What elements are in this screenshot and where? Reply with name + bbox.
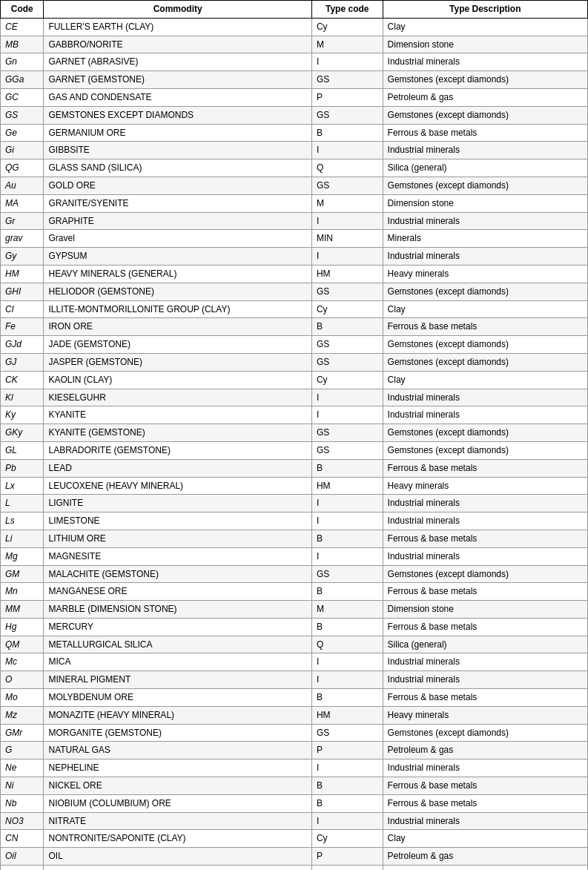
table-cell: GHI <box>1 283 44 300</box>
table-cell: Ne <box>1 759 44 777</box>
table-cell: Minerals <box>383 230 587 248</box>
table-cell: GS <box>311 71 383 89</box>
table-cell: I <box>311 406 383 424</box>
table-cell: GS <box>311 866 383 870</box>
table-cell: KYANITE (GEMSTONE) <box>44 424 311 442</box>
table-cell: M <box>311 601 383 619</box>
table-row: GMrMORGANITE (GEMSTONE)GSGemstones (exce… <box>1 724 588 742</box>
table-cell: Gemstones (except diamonds) <box>383 353 587 371</box>
table-cell: Industrial minerals <box>383 759 587 777</box>
table-row: GLLABRADORITE (GEMSTONE)GSGemstones (exc… <box>1 441 588 459</box>
table-cell: KIESELGUHR <box>44 389 311 406</box>
table-cell: Gi <box>1 142 44 159</box>
table-cell: GS <box>1 106 44 124</box>
table-cell: Fe <box>1 318 44 336</box>
table-row: KlKIESELGUHRIIndustrial minerals <box>1 389 588 406</box>
table-cell: NO3 <box>1 812 44 830</box>
table-cell: JASPER (GEMSTONE) <box>44 353 311 371</box>
table-row: GiGIBBSITEIIndustrial minerals <box>1 142 588 159</box>
table-cell: Industrial minerals <box>383 406 587 424</box>
table-cell: GKy <box>1 424 44 442</box>
table-row: GCGAS AND CONDENSATEPPetroleum & gas <box>1 88 588 106</box>
table-cell: GS <box>311 424 383 442</box>
table-row: NiNICKEL OREBFerrous & base metals <box>1 777 588 795</box>
table-cell: Clay <box>383 18 587 36</box>
table-cell: Heavy minerals <box>383 265 587 283</box>
table-cell: MARBLE (DIMENSION STONE) <box>44 601 311 619</box>
table-row: FeIRON OREBFerrous & base metals <box>1 318 588 336</box>
table-cell: Gemstones (except diamonds) <box>383 106 587 124</box>
table-cell: G <box>1 742 44 759</box>
table-row: OMINERAL PIGMENTIIndustrial minerals <box>1 671 588 689</box>
table-row: GrGRAPHITEIIndustrial minerals <box>1 212 588 230</box>
table-cell: GARNET (GEMSTONE) <box>44 71 311 89</box>
table-row: NO3NITRATEIIndustrial minerals <box>1 812 588 830</box>
table-cell: Q <box>311 159 383 177</box>
table-row: QGGLASS SAND (SILICA)QSilica (general) <box>1 159 588 177</box>
table-row: MBGABBRO/NORITEMDimension stone <box>1 36 588 53</box>
table-cell: Gravel <box>44 230 311 248</box>
table-cell: M <box>311 194 383 212</box>
table-cell: L <box>1 495 44 513</box>
table-row: MnMANGANESE OREBFerrous & base metals <box>1 583 588 601</box>
table-cell: Mo <box>1 689 44 707</box>
table-cell: Industrial minerals <box>383 812 587 830</box>
table-cell: GOLD ORE <box>44 177 311 194</box>
table-cell: Petroleum & gas <box>383 88 587 106</box>
table-cell: I <box>311 513 383 530</box>
table-cell: MANGANESE ORE <box>44 583 311 601</box>
table-cell: Industrial minerals <box>383 212 587 230</box>
table-cell: GGa <box>1 71 44 89</box>
table-row: GHIHELIODOR (GEMSTONE)GSGemstones (excep… <box>1 283 588 300</box>
table-cell: Industrial minerals <box>383 142 587 159</box>
table-cell: Cy <box>311 18 383 36</box>
table-cell: NITRATE <box>44 812 311 830</box>
table-cell: KYANITE <box>44 406 311 424</box>
table-cell: I <box>311 812 383 830</box>
table-cell: Ni <box>1 777 44 795</box>
table-row: NeNEPHELINEIIndustrial minerals <box>1 759 588 777</box>
table-cell: Ky <box>1 406 44 424</box>
table-cell: Ls <box>1 513 44 530</box>
table-cell: MOLYBDENUM ORE <box>44 689 311 707</box>
table-cell: GABBRO/NORITE <box>44 36 311 53</box>
table-cell: Petroleum & gas <box>383 848 587 866</box>
table-cell: NEPHELINE <box>44 759 311 777</box>
commodity-table: Code Commodity Type code Type Descriptio… <box>0 0 588 870</box>
table-cell: I <box>311 389 383 406</box>
table-row: MgMAGNESITEIIndustrial minerals <box>1 547 588 565</box>
table-cell: GYPSUM <box>44 248 311 266</box>
table-row: GNATURAL GASPPetroleum & gas <box>1 742 588 759</box>
table-cell: JADE (GEMSTONE) <box>44 336 311 354</box>
table-cell: LIMESTONE <box>44 513 311 530</box>
table-cell: LITHIUM ORE <box>44 530 311 547</box>
table-cell: Industrial minerals <box>383 513 587 530</box>
table-cell: Mg <box>1 547 44 565</box>
table-cell: MIN <box>311 230 383 248</box>
table-row: OilOILPPetroleum & gas <box>1 848 588 866</box>
table-cell: GAS AND CONDENSATE <box>44 88 311 106</box>
table-cell: Industrial minerals <box>383 547 587 565</box>
table-cell: Ferrous & base metals <box>383 459 587 477</box>
table-cell: HM <box>311 706 383 724</box>
table-cell: Gemstones (except diamonds) <box>383 71 587 89</box>
table-cell: CN <box>1 830 44 848</box>
table-cell: Gemstones (except diamonds) <box>383 724 587 742</box>
table-cell: GEMSTONES EXCEPT DIAMONDS <box>44 106 311 124</box>
table-cell: QM <box>1 636 44 653</box>
table-cell: GM <box>1 565 44 583</box>
table-cell: I <box>311 142 383 159</box>
table-cell: HELIODOR (GEMSTONE) <box>44 283 311 300</box>
table-cell: B <box>311 124 383 142</box>
table-row: GKyKYANITE (GEMSTONE)GSGemstones (except… <box>1 424 588 442</box>
table-cell: Silica (general) <box>383 636 587 653</box>
table-cell: MICA <box>44 653 311 671</box>
table-row: LsLIMESTONEIIndustrial minerals <box>1 513 588 530</box>
table-cell: B <box>311 689 383 707</box>
table-row: CEFULLER'S EARTH (CLAY)CyClay <box>1 18 588 36</box>
table-cell: HM <box>311 477 383 495</box>
table-cell: I <box>311 547 383 565</box>
table-row: GSGEMSTONES EXCEPT DIAMONDSGSGemstones (… <box>1 106 588 124</box>
table-cell: GARNET (ABRASIVE) <box>44 53 311 71</box>
table-cell: GERMANIUM ORE <box>44 124 311 142</box>
